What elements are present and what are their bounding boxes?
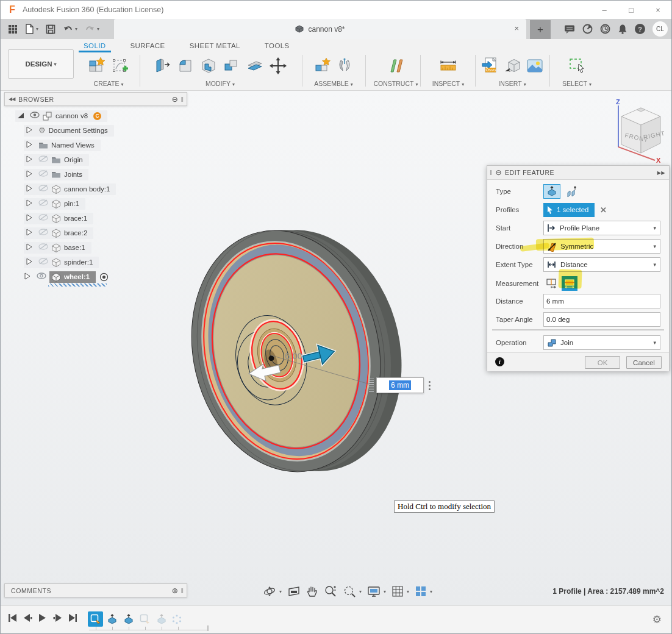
tree-item-brace-2[interactable]: brace:2 bbox=[24, 226, 93, 240]
visibility-eye-icon[interactable] bbox=[37, 272, 46, 282]
visibility-off-icon[interactable] bbox=[38, 155, 48, 165]
viewport[interactable]: 6.00 FRONT RIGHT Z X ◀◀ bbox=[1, 91, 672, 605]
document-tab-close-icon[interactable]: × bbox=[514, 24, 519, 33]
visibility-off-icon[interactable] bbox=[38, 229, 48, 238]
tree-item-origin[interactable]: Origin bbox=[24, 153, 89, 166]
visibility-off-icon[interactable] bbox=[38, 170, 48, 179]
minimize-button[interactable]: – bbox=[591, 1, 618, 18]
activate-component-radio[interactable] bbox=[99, 272, 109, 282]
inspect-menu[interactable]: INSPECT bbox=[423, 80, 474, 87]
dialog-collapse-icon[interactable]: ⊖ bbox=[496, 168, 502, 177]
distance-floating-input[interactable]: 6 mm bbox=[376, 377, 424, 393]
document-tab[interactable]: cannon v8* × bbox=[114, 19, 526, 39]
tree-item-wheel-selected[interactable]: wheel:1 bbox=[24, 270, 109, 283]
tree-item-spinder[interactable]: spinder:1 bbox=[24, 255, 99, 269]
go-to-start-button[interactable] bbox=[8, 613, 17, 622]
modify-menu[interactable]: MODIFY bbox=[142, 80, 298, 87]
taper-angle-input[interactable]: 0.0 deg bbox=[543, 312, 660, 327]
distance-input[interactable]: 6 mm bbox=[543, 294, 660, 308]
clear-selection-icon[interactable]: ✕ bbox=[600, 205, 607, 215]
joint-icon[interactable] bbox=[336, 57, 353, 75]
canvas-image-icon[interactable] bbox=[526, 57, 544, 75]
comments-icon[interactable] bbox=[564, 24, 575, 34]
help-button[interactable]: ? bbox=[635, 24, 645, 34]
assemble-menu[interactable]: ASSEMBLE bbox=[304, 80, 363, 87]
select-icon[interactable] bbox=[567, 56, 587, 76]
file-menu-button[interactable] bbox=[23, 21, 41, 37]
go-to-end-button[interactable] bbox=[68, 613, 77, 622]
app-grid-button[interactable] bbox=[5, 22, 20, 37]
select-menu[interactable]: SELECT bbox=[552, 80, 602, 87]
timeline-settings-gear-icon[interactable]: ⚙ bbox=[652, 613, 662, 626]
collapsed-triangle-icon[interactable] bbox=[26, 126, 35, 135]
display-settings-button[interactable] bbox=[367, 585, 386, 597]
redo-button[interactable] bbox=[82, 23, 102, 36]
start-dropdown[interactable]: Profile Plane ▾ bbox=[543, 221, 660, 235]
tree-root-cannon-v8[interactable]: cannon v8 C bbox=[15, 109, 107, 123]
collapsed-triangle-icon[interactable] bbox=[26, 214, 35, 223]
construct-plane-icon[interactable] bbox=[386, 56, 406, 76]
timeline-extrude-feature-2[interactable] bbox=[121, 611, 136, 627]
visibility-off-icon[interactable] bbox=[38, 214, 48, 223]
tree-item-base[interactable]: base:1 bbox=[24, 241, 91, 254]
move-copy-icon[interactable] bbox=[268, 56, 288, 76]
tab-solid[interactable]: SOLID bbox=[82, 40, 107, 51]
add-comment-icon[interactable]: ⊕ bbox=[172, 586, 179, 595]
press-pull-icon[interactable] bbox=[152, 56, 172, 76]
collapsed-triangle-icon[interactable] bbox=[26, 229, 35, 238]
zoom-button[interactable] bbox=[324, 585, 337, 598]
shell-icon[interactable] bbox=[199, 56, 218, 76]
dialog-expand-icon[interactable]: ▶▶ bbox=[657, 170, 669, 176]
browser-header[interactable]: ◀◀ BROWSER ⊖‖ bbox=[4, 92, 187, 106]
visibility-off-icon[interactable] bbox=[38, 199, 48, 208]
tree-item-joints[interactable]: Joints bbox=[24, 168, 88, 181]
step-back-button[interactable] bbox=[23, 613, 32, 622]
collapsed-triangle-icon[interactable] bbox=[26, 199, 35, 208]
timeline-extrude-feature-1[interactable] bbox=[104, 611, 120, 627]
play-button[interactable] bbox=[38, 613, 47, 622]
view-cube[interactable]: FRONT RIGHT Z X bbox=[601, 98, 668, 164]
timeline-rollup-marker[interactable] bbox=[169, 611, 184, 627]
dialog-header[interactable]: ‖ ⊖ EDIT FEATURE ▶▶ bbox=[487, 166, 669, 180]
extensions-icon[interactable] bbox=[582, 24, 593, 34]
new-solid-icon[interactable] bbox=[87, 56, 107, 76]
tree-item-document-settings[interactable]: ⚙ Document Settings bbox=[24, 124, 114, 137]
step-forward-button[interactable] bbox=[53, 613, 62, 622]
job-status-icon[interactable] bbox=[600, 24, 610, 34]
measure-icon[interactable] bbox=[438, 57, 459, 75]
direction-dropdown[interactable]: Symmetric ▾ bbox=[543, 239, 660, 254]
operation-dropdown[interactable]: Join ▾ bbox=[543, 335, 660, 350]
visibility-off-icon[interactable] bbox=[38, 243, 48, 252]
collapse-panel-icon[interactable]: ◀◀ bbox=[9, 96, 15, 102]
ok-button[interactable]: OK bbox=[585, 356, 620, 369]
collapsed-triangle-icon[interactable] bbox=[26, 170, 35, 179]
visibility-off-icon[interactable] bbox=[38, 185, 48, 194]
collapsed-triangle-icon[interactable] bbox=[26, 141, 35, 150]
measurement-whole-button[interactable] bbox=[562, 276, 577, 291]
viewports-button[interactable] bbox=[415, 585, 432, 597]
type-thin-extrude-button[interactable] bbox=[563, 184, 580, 199]
close-button[interactable]: × bbox=[645, 1, 671, 18]
panel-drag-handle[interactable]: ‖ bbox=[181, 587, 184, 594]
tree-item-cannon-body[interactable]: cannon body:1 bbox=[24, 182, 116, 196]
comments-header[interactable]: COMMENTS ⊕‖ bbox=[4, 583, 187, 597]
collapsed-triangle-icon[interactable] bbox=[26, 258, 35, 267]
new-tab-button[interactable]: + bbox=[530, 20, 551, 39]
expanded-triangle-icon[interactable] bbox=[17, 112, 27, 121]
timeline-extrude-feature-suppressed[interactable] bbox=[154, 611, 169, 627]
tree-item-named-views[interactable]: Named Views bbox=[24, 138, 101, 152]
dialog-drag-handle[interactable]: ‖ bbox=[490, 169, 493, 176]
tree-item-brace-1[interactable]: brace:1 bbox=[24, 212, 93, 225]
tab-tools[interactable]: TOOLS bbox=[263, 40, 291, 51]
design-workspace-selector[interactable]: DESIGN bbox=[8, 49, 74, 79]
input-drag-handle[interactable] bbox=[369, 379, 374, 392]
new-component-icon[interactable] bbox=[314, 57, 332, 75]
timeline-sketch-feature-selected[interactable] bbox=[88, 611, 103, 627]
collapsed-triangle-icon[interactable] bbox=[24, 272, 34, 282]
collapsed-triangle-icon[interactable] bbox=[26, 185, 35, 194]
notifications-icon[interactable] bbox=[618, 24, 627, 34]
fillet-icon[interactable] bbox=[176, 56, 195, 76]
orbit-button[interactable] bbox=[263, 585, 282, 598]
create-sketch-icon[interactable] bbox=[110, 56, 130, 76]
more-options-icon[interactable] bbox=[429, 381, 431, 390]
